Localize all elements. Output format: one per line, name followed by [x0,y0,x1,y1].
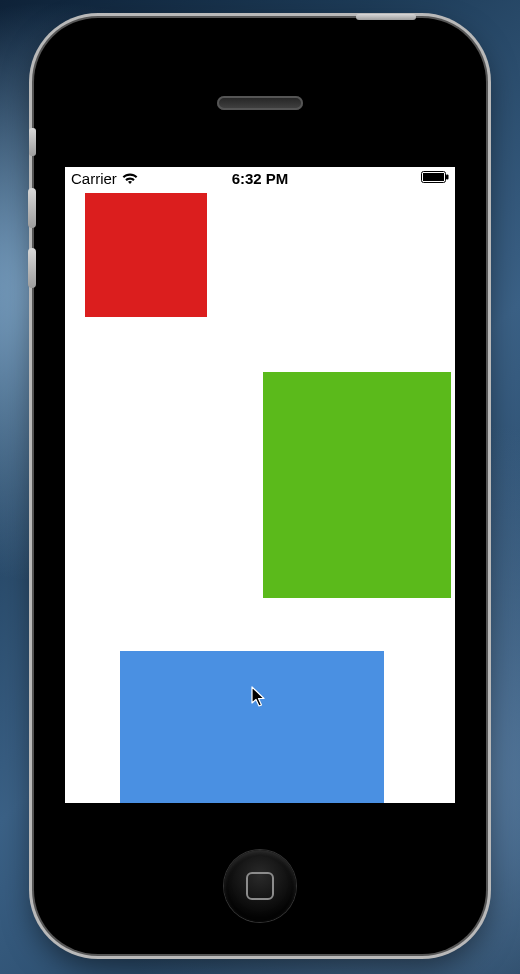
mute-switch [29,128,36,156]
power-button [356,14,416,20]
red-box-view[interactable] [85,193,207,317]
blue-box-view[interactable] [120,651,384,803]
clock-label: 6:32 PM [65,170,455,187]
app-content-view[interactable] [65,191,455,803]
status-bar: Carrier 6:32 PM [65,167,455,191]
earpiece-speaker [217,96,303,110]
home-button-icon [246,872,274,900]
svg-rect-2 [446,175,449,180]
home-button[interactable] [224,850,296,922]
volume-down-button [28,248,36,288]
green-box-view[interactable] [263,372,451,598]
volume-up-button [28,188,36,228]
iphone-device-frame: Carrier 6:32 PM [34,18,486,954]
battery-icon [421,171,449,183]
simulator-screen[interactable]: Carrier 6:32 PM [65,167,455,803]
svg-rect-1 [423,173,444,181]
